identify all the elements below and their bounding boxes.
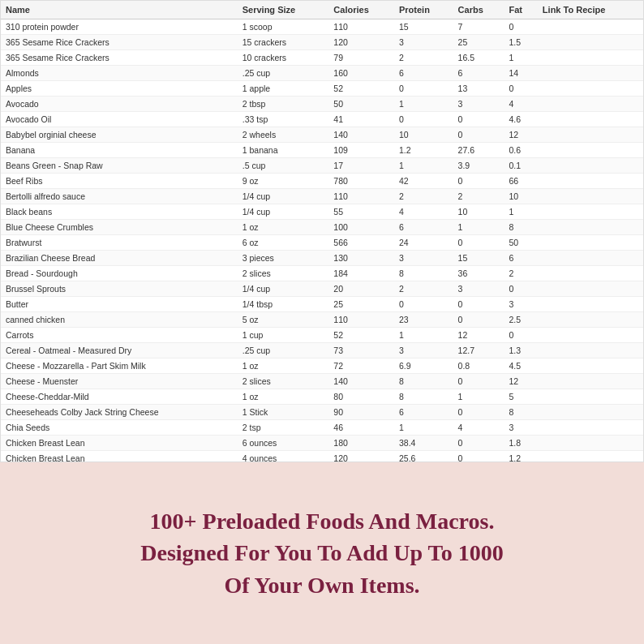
table-row: Almonds.25 cup1606614 <box>1 66 643 81</box>
table-cell: 2 slices <box>238 374 329 389</box>
table-cell: Cheese - Muenster <box>1 374 238 389</box>
table-cell: 120 <box>328 451 394 463</box>
table-row: Cheese - Mozzarella - Part Skim Milk1 oz… <box>1 358 643 374</box>
table-row: Babybel orginial cheese2 wheels14010012 <box>1 127 643 143</box>
table-cell <box>538 143 643 158</box>
table-cell: .25 cup <box>238 343 329 358</box>
table-row: Bratwurst6 oz56624050 <box>1 235 643 251</box>
bottom-text: 100+ Preloaded Foods And Macros.Designed… <box>140 505 503 601</box>
table-cell: 8 <box>504 405 537 420</box>
table-cell <box>538 174 643 189</box>
table-cell: 0 <box>453 112 504 127</box>
table-cell: Bertolli alfredo sauce <box>1 189 238 204</box>
table-cell: 100 <box>328 220 394 235</box>
table-cell: 4 <box>453 420 504 436</box>
bottom-section: 100+ Preloaded Foods And Macros.Designed… <box>0 462 644 644</box>
table-row: Butter1/4 tbsp25003 <box>1 297 643 312</box>
table-cell: 2 tbsp <box>238 97 329 112</box>
table-cell: 3.9 <box>453 158 504 174</box>
table-cell: 184 <box>328 266 394 281</box>
table-cell: 4 <box>504 97 537 112</box>
table-cell: 1 cup <box>238 328 329 343</box>
table-cell: Chia Seeds <box>1 420 238 436</box>
table-cell: 3 <box>453 97 504 112</box>
table-cell: 50 <box>504 235 537 251</box>
table-cell: Brazilian Cheese Bread <box>1 251 238 266</box>
table-cell: 90 <box>328 405 394 420</box>
table-cell: 12 <box>504 127 537 143</box>
table-cell: 110 <box>328 189 394 204</box>
table-cell: 6.9 <box>394 358 453 374</box>
table-cell: 6 ounces <box>238 436 329 451</box>
table-cell: 0 <box>453 405 504 420</box>
table-cell: 1/4 cup <box>238 281 329 297</box>
table-cell: 1 oz <box>238 389 329 405</box>
table-cell: Cheese - Mozzarella - Part Skim Milk <box>1 358 238 374</box>
table-cell: 1 <box>394 328 453 343</box>
table-cell <box>538 235 643 251</box>
table-cell: 3 <box>453 281 504 297</box>
table-cell: 160 <box>328 66 394 81</box>
table-cell: 0 <box>453 312 504 328</box>
table-cell: 10 <box>394 127 453 143</box>
table-cell: 6 <box>504 251 537 266</box>
table-cell: 3 <box>504 297 537 312</box>
table-cell <box>538 374 643 389</box>
top-section: Name Serving Size Calories Protein Carbs… <box>0 0 644 462</box>
table-cell: 10 crackers <box>238 50 329 66</box>
table-cell: 80 <box>328 389 394 405</box>
table-cell: 1 <box>394 97 453 112</box>
col-header-name: Name <box>1 1 238 19</box>
table-cell: 0 <box>504 281 537 297</box>
table-cell: 1.2 <box>504 451 537 463</box>
table-cell: 20 <box>328 281 394 297</box>
table-cell: 6 <box>394 66 453 81</box>
table-row: Avocado2 tbsp50134 <box>1 97 643 112</box>
table-cell: 36 <box>453 266 504 281</box>
table-cell: Blue Cheese Crumbles <box>1 220 238 235</box>
table-cell: Beans Green - Snap Raw <box>1 158 238 174</box>
table-cell: Cheese-Cheddar-Mild <box>1 389 238 405</box>
table-cell: 4 ounces <box>238 451 329 463</box>
col-header-carbs: Carbs <box>453 1 504 19</box>
table-cell <box>538 35 643 50</box>
table-row: Beans Green - Snap Raw.5 cup1713.90.1 <box>1 158 643 174</box>
table-row: 365 Sesame Rice Crackers15 crackers12032… <box>1 35 643 50</box>
table-cell: 4 <box>394 204 453 220</box>
table-cell <box>538 297 643 312</box>
table-cell: 1 <box>453 220 504 235</box>
table-cell: 6 <box>394 220 453 235</box>
table-cell: 52 <box>328 81 394 97</box>
table-cell: 13 <box>453 81 504 97</box>
table-cell: 52 <box>328 328 394 343</box>
table-row: Cheese - Muenster2 slices1408012 <box>1 374 643 389</box>
table-cell: Beef Ribs <box>1 174 238 189</box>
table-cell: 3 pieces <box>238 251 329 266</box>
table-cell: 3 <box>394 35 453 50</box>
table-cell: 66 <box>504 174 537 189</box>
table-cell: 1 <box>504 50 537 66</box>
table-cell: 2 <box>394 189 453 204</box>
table-cell: 25 <box>453 35 504 50</box>
table-cell: 0 <box>453 436 504 451</box>
food-table: Name Serving Size Calories Protein Carbs… <box>1 1 643 462</box>
table-cell: 15 crackers <box>238 35 329 50</box>
table-cell: 15 <box>453 251 504 266</box>
col-header-link: Link To Recipe <box>538 1 643 19</box>
table-cell: 130 <box>328 251 394 266</box>
table-cell: 110 <box>328 19 394 35</box>
table-cell: 780 <box>328 174 394 189</box>
table-cell <box>538 266 643 281</box>
table-cell <box>538 389 643 405</box>
table-row: 310 protein powder1 scoop1101570 <box>1 19 643 35</box>
table-cell: 110 <box>328 312 394 328</box>
table-row: Brussel Sprouts1/4 cup20230 <box>1 281 643 297</box>
table-row: Black beans1/4 cup554101 <box>1 204 643 220</box>
table-cell: 1/4 cup <box>238 189 329 204</box>
table-cell: 42 <box>394 174 453 189</box>
table-cell: Black beans <box>1 204 238 220</box>
table-cell <box>538 66 643 81</box>
table-row: Apples1 apple520130 <box>1 81 643 97</box>
table-cell: 4.6 <box>504 112 537 127</box>
table-cell: 1 <box>394 420 453 436</box>
